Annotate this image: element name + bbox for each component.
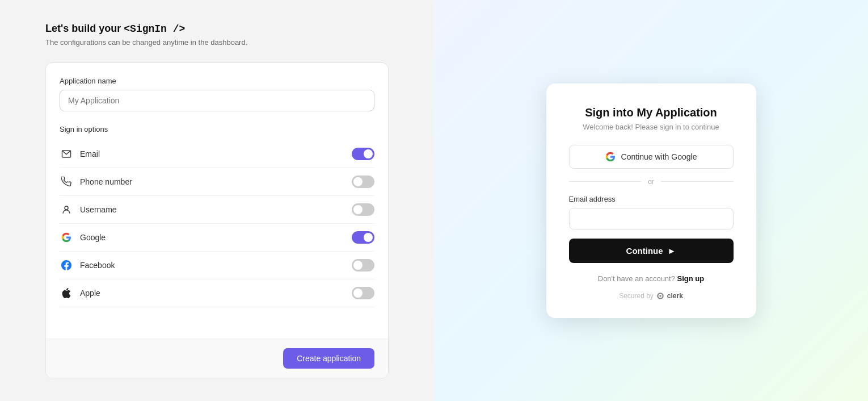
option-item-phone: Phone number (60, 168, 374, 196)
option-item-facebook: Facebook (60, 252, 374, 279)
google-option-label: Google (80, 233, 352, 242)
app-name-label: Application name (60, 77, 374, 85)
title-code: <SignIn /> (124, 23, 185, 35)
email-icon (60, 147, 73, 161)
svg-point-3 (659, 295, 661, 297)
or-divider-line-right (661, 181, 734, 182)
option-item-github: GitHub (60, 307, 374, 311)
google-toggle-slider (352, 231, 374, 244)
option-item-username: Username (60, 196, 374, 224)
option-item-google: Google (60, 224, 374, 252)
or-divider: or (569, 178, 734, 186)
sign-in-subtitle: Welcome back! Please sign in to continue (569, 123, 734, 131)
clerk-logo-icon (656, 292, 664, 300)
email-option-label: Email (80, 149, 352, 158)
google-option-icon (60, 231, 73, 244)
facebook-option-label: Facebook (80, 261, 352, 270)
google-logo-icon (605, 152, 616, 162)
apple-toggle-slider (352, 287, 374, 299)
secured-by: Secured by clerk (569, 292, 734, 300)
page-subtitle: The configurations can be changed anytim… (45, 38, 389, 47)
email-address-label: Email address (569, 195, 734, 203)
continue-with-google-button[interactable]: Continue with Google (569, 145, 734, 169)
option-item-apple: Apple (60, 279, 374, 307)
secured-by-text: Secured by (619, 292, 654, 300)
page-title: Let's build your <SignIn /> (45, 23, 389, 35)
svg-point-1 (65, 206, 68, 210)
config-card: Application name Sign in options Email (45, 62, 389, 378)
or-text: or (648, 178, 654, 186)
app-name-input[interactable] (60, 90, 374, 111)
clerk-label: clerk (667, 292, 683, 300)
sign-in-title: Sign into My Application (569, 106, 734, 119)
continue-btn-label: Continue (626, 246, 663, 256)
apple-icon (60, 286, 73, 300)
card-footer: Create application (46, 339, 388, 378)
page-header: Let's build your <SignIn /> The configur… (45, 23, 389, 47)
google-btn-label: Continue with Google (621, 152, 697, 161)
or-divider-line-left (569, 181, 642, 182)
apple-toggle[interactable] (352, 287, 374, 299)
phone-option-label: Phone number (80, 177, 352, 186)
continue-button[interactable]: Continue ► (569, 239, 734, 263)
option-item-email: Email (60, 140, 374, 168)
apple-option-label: Apple (80, 289, 352, 298)
card-body: Application name Sign in options Email (46, 63, 388, 339)
phone-toggle-slider (352, 176, 374, 188)
username-option-label: Username (80, 205, 352, 214)
options-wrapper: Email Phone number (60, 140, 374, 311)
email-toggle-slider (352, 148, 374, 160)
facebook-toggle[interactable] (352, 259, 374, 271)
phone-toggle[interactable] (352, 176, 374, 188)
google-toggle[interactable] (352, 231, 374, 244)
sign-in-options-label: Sign in options (60, 125, 374, 133)
sign-up-text: Don't have an account? Sign up (569, 274, 734, 283)
sign-up-link[interactable]: Sign up (677, 274, 705, 283)
email-toggle[interactable] (352, 148, 374, 160)
sign-in-card: Sign into My Application Welcome back! P… (546, 83, 756, 318)
continue-arrow-icon: ► (668, 246, 676, 256)
username-icon (60, 203, 73, 216)
facebook-toggle-slider (352, 259, 374, 271)
username-toggle[interactable] (352, 203, 374, 216)
create-application-button[interactable]: Create application (283, 348, 374, 369)
options-list: Email Phone number (60, 140, 374, 311)
left-panel: Let's build your <SignIn /> The configur… (0, 0, 434, 401)
no-account-text: Don't have an account? (598, 274, 675, 283)
facebook-icon (60, 258, 73, 272)
email-address-input[interactable] (569, 208, 734, 229)
right-panel: Sign into My Application Welcome back! P… (434, 0, 868, 401)
title-prefix: Let's build your (45, 23, 124, 34)
username-toggle-slider (352, 203, 374, 216)
phone-icon (60, 175, 73, 189)
